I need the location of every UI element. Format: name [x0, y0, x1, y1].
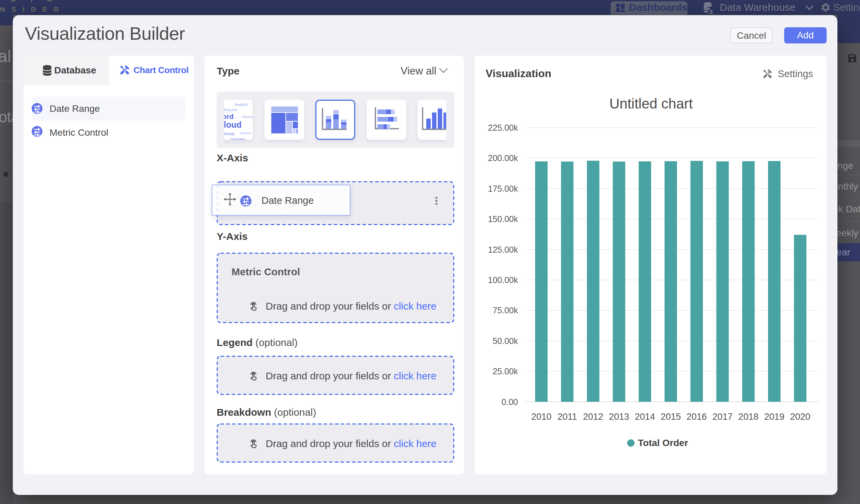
- svg-text:175.00k: 175.00k: [488, 184, 518, 193]
- svg-text:200.00k: 200.00k: [488, 153, 518, 163]
- svg-text:50.00k: 50.00k: [493, 336, 518, 346]
- svg-text:150.00k: 150.00k: [488, 214, 518, 224]
- svg-text:2012: 2012: [583, 412, 603, 422]
- svg-text:75.00k: 75.00k: [493, 305, 518, 315]
- svg-text:100.00k: 100.00k: [488, 275, 518, 285]
- svg-text:2015: 2015: [660, 412, 681, 422]
- svg-text:2014: 2014: [635, 412, 655, 422]
- svg-text:Untitled chart: Untitled chart: [609, 96, 693, 112]
- svg-text:2017: 2017: [712, 412, 733, 422]
- svg-text:2019: 2019: [764, 412, 785, 422]
- svg-text:2020: 2020: [790, 412, 810, 422]
- svg-text:2010: 2010: [531, 412, 551, 422]
- svg-text:125.00k: 125.00k: [488, 245, 518, 254]
- svg-text:Total Order: Total Order: [638, 438, 688, 448]
- svg-text:2018: 2018: [739, 412, 759, 422]
- svg-text:0.00: 0.00: [501, 397, 518, 407]
- svg-text:2016: 2016: [686, 412, 707, 422]
- svg-text:25.00k: 25.00k: [493, 366, 518, 376]
- svg-text:2013: 2013: [609, 412, 629, 422]
- svg-text:225.00k: 225.00k: [488, 123, 518, 132]
- svg-text:2011: 2011: [557, 412, 577, 422]
